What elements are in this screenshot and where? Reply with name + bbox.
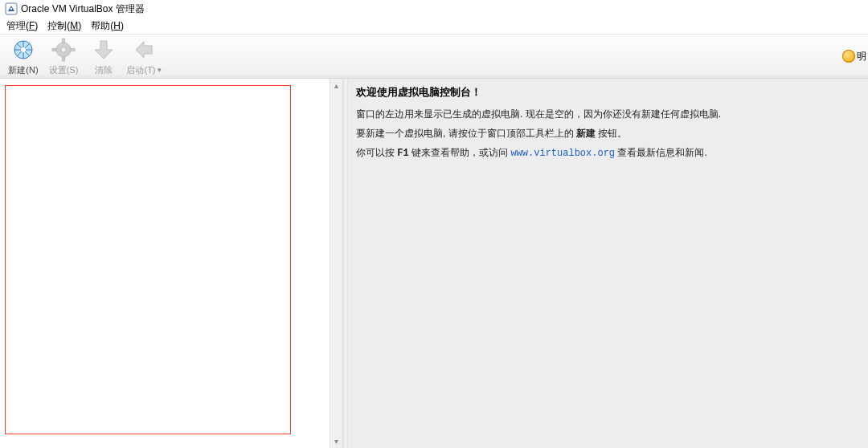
welcome-pane: 欢迎使用虚拟电脑控制台！ 窗口的左边用来显示已生成的虚拟电脑. 现在是空的，因为… <box>348 79 868 448</box>
details-label: 明 <box>857 50 866 63</box>
start-icon <box>131 37 157 63</box>
svg-rect-12 <box>52 48 56 51</box>
window-title: Oracle VM VirtualBox 管理器 <box>21 2 145 16</box>
discard-icon <box>91 37 117 63</box>
menu-control[interactable]: 控制(M) <box>44 18 88 35</box>
welcome-title: 欢迎使用虚拟电脑控制台！ <box>356 85 860 100</box>
discard-label: 清除 <box>95 64 113 76</box>
menu-manage[interactable]: 管理(F) <box>3 18 44 35</box>
menubar: 管理(F) 控制(M) 帮助(H) <box>0 18 868 34</box>
scroll-down-icon[interactable]: ▾ <box>330 434 342 448</box>
welcome-line3: 你可以按 F1 键来查看帮助，或访问 www.virtualbox.org 查看… <box>356 145 860 161</box>
svg-point-7 <box>21 47 26 52</box>
menu-help[interactable]: 帮助(H) <box>88 18 130 35</box>
chevron-down-icon: ▾ <box>158 67 162 74</box>
welcome-line2: 要新建一个虚拟电脑, 请按位于窗口顶部工具栏上的 新建 按钮。 <box>356 125 860 141</box>
new-label: 新建(N) <box>8 64 38 76</box>
new-button[interactable]: 新建(N) <box>3 35 43 77</box>
annotation-highlight <box>5 85 291 434</box>
details-icon <box>842 50 855 63</box>
svg-point-9 <box>61 47 66 51</box>
settings-label: 设置(S) <box>49 64 79 76</box>
new-icon <box>10 37 36 63</box>
vm-list-scrollbar[interactable]: ▴ ▾ <box>330 79 343 448</box>
virtualbox-icon <box>5 2 18 15</box>
scroll-up-icon[interactable]: ▴ <box>330 79 342 92</box>
titlebar: Oracle VM VirtualBox 管理器 <box>0 0 868 18</box>
svg-rect-10 <box>63 39 65 43</box>
welcome-line1: 窗口的左边用来显示已生成的虚拟电脑. 现在是空的，因为你还没有新建任何虚拟电脑. <box>356 106 860 122</box>
svg-point-1 <box>10 8 12 10</box>
gear-icon <box>51 37 76 63</box>
discard-button: 清除 <box>84 35 124 77</box>
start-button: 启动(T)▾ <box>124 35 164 77</box>
start-label: 启动(T) <box>126 64 155 76</box>
content-area: ▴ ▾ 欢迎使用虚拟电脑控制台！ 窗口的左边用来显示已生成的虚拟电脑. 现在是空… <box>0 79 868 448</box>
svg-rect-13 <box>71 48 75 51</box>
details-toggle[interactable]: 明 <box>841 35 868 78</box>
virtualbox-link[interactable]: www.virtualbox.org <box>510 148 615 159</box>
svg-rect-11 <box>63 57 65 61</box>
vm-list-pane[interactable] <box>0 79 330 448</box>
settings-button: 设置(S) <box>43 35 84 77</box>
toolbar: 新建(N) 设置(S) <box>0 34 868 79</box>
